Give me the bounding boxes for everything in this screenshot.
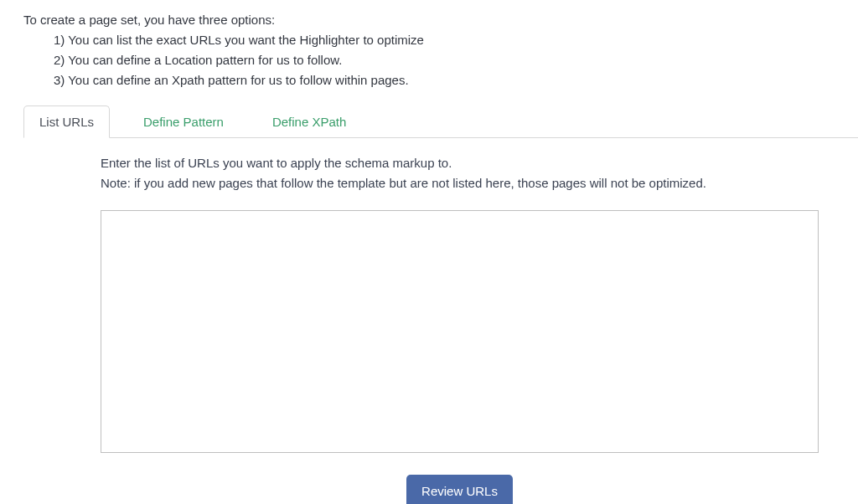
tab-content-list-urls: Enter the list of URLs you want to apply… xyxy=(0,138,858,504)
tab-row: List URLs Define Pattern Define XPath xyxy=(23,105,858,138)
tab-list-urls[interactable]: List URLs xyxy=(23,105,110,138)
tab-define-pattern[interactable]: Define Pattern xyxy=(128,106,239,137)
review-urls-button[interactable]: Review URLs xyxy=(406,475,513,504)
url-list-textarea[interactable] xyxy=(101,210,819,453)
intro-item-1: 1) You can list the exact URLs you want … xyxy=(54,30,835,50)
helper-line-1: Enter the list of URLs you want to apply… xyxy=(101,153,835,173)
helper-text: Enter the list of URLs you want to apply… xyxy=(101,153,835,193)
intro-heading: To create a page set, you have three opt… xyxy=(23,10,835,30)
intro-list: 1) You can list the exact URLs you want … xyxy=(23,30,835,90)
tab-define-xpath[interactable]: Define XPath xyxy=(257,106,361,137)
helper-line-2: Note: if you add new pages that follow t… xyxy=(101,173,835,193)
button-row: Review URLs xyxy=(101,475,819,504)
intro-item-3: 3) You can define an Xpath pattern for u… xyxy=(54,70,835,90)
tabs-wrapper: List URLs Define Pattern Define XPath xyxy=(0,105,858,138)
intro-section: To create a page set, you have three opt… xyxy=(0,0,858,97)
intro-item-2: 2) You can define a Location pattern for… xyxy=(54,50,835,70)
